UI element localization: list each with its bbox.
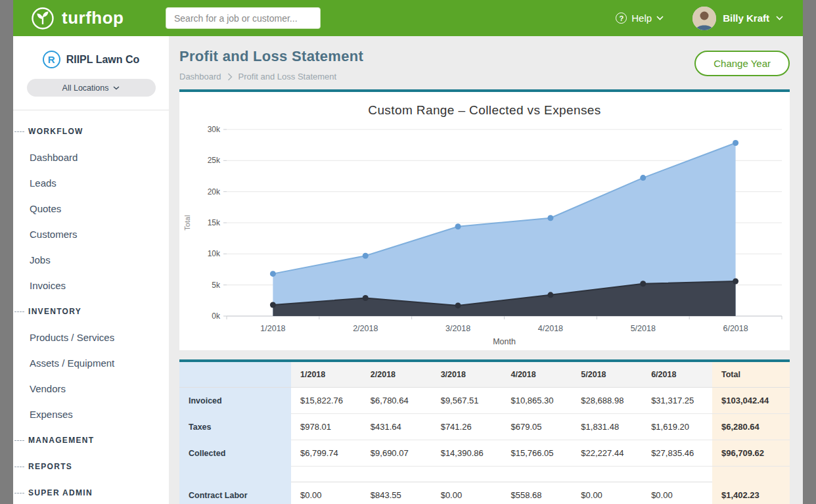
nav-section-reports: REPORTS (13, 453, 169, 480)
breadcrumb-current: Profit and Loss Statement (238, 72, 337, 81)
column-header-2-2018: 2/2018 (361, 362, 432, 388)
locations-label: All Locations (62, 83, 109, 93)
tree-dash-icon (14, 440, 24, 441)
pl-table: 1/20182/20183/20184/20185/20186/2018Tota… (179, 362, 790, 504)
sidebar-item-dashboard[interactable]: Dashboard (13, 145, 169, 170)
company-name: RIIPL Lawn Co (66, 54, 140, 66)
sidebar-item-expenses[interactable]: Expenses (13, 401, 169, 427)
chevron-down-icon (656, 16, 664, 20)
column-header-5-2018: 5/2018 (572, 362, 642, 388)
company-header: R RIIPL Lawn Co (13, 36, 169, 79)
tree-dash-icon (14, 467, 24, 467)
locations-dropdown[interactable]: All Locations (27, 79, 156, 97)
svg-text:6/2018: 6/2018 (723, 324, 748, 333)
svg-text:3/2018: 3/2018 (445, 324, 470, 333)
nav-section-inventory: INVENTORY (13, 298, 169, 325)
row-total: $1,402.23 (712, 482, 790, 504)
nav-section-super-admin: SUPER ADMIN (13, 480, 169, 504)
svg-text:Month: Month (493, 337, 516, 346)
svg-text:2/2018: 2/2018 (353, 324, 378, 333)
cell: $15,766.05 (501, 440, 572, 467)
breadcrumb-dashboard[interactable]: Dashboard (179, 72, 221, 81)
chart-title: Custom Range – Collected vs Expenses (179, 92, 790, 118)
tree-dash-icon (14, 493, 24, 493)
avatar (692, 7, 716, 30)
cell: $0.00 (572, 482, 642, 504)
svg-text:Total: Total (183, 215, 191, 230)
sidebar: R RIIPL Lawn Co All Locations WORKFLOWDa… (13, 36, 169, 504)
row-label: Invoiced (179, 388, 291, 414)
cell: $558.68 (501, 482, 572, 504)
pl-table-card: 1/20182/20183/20184/20185/20186/2018Tota… (179, 359, 790, 504)
table-row-collected: Collected$6,799.74$9,690.07$14,390.86$15… (179, 440, 790, 467)
cell: $6,799.74 (291, 440, 361, 467)
cell: $10,865.30 (501, 388, 572, 414)
chart-card: Custom Range – Collected vs Expenses 0k5… (179, 89, 790, 350)
table-spacer-row (179, 467, 790, 482)
search-input[interactable] (166, 7, 321, 29)
top-bar: turfhop ? Help Billy Kraft (13, 0, 803, 36)
cell: $1,619.20 (642, 414, 712, 440)
svg-text:20k: 20k (208, 187, 221, 196)
sidebar-item-assets-equipment[interactable]: Assets / Equipment (13, 350, 169, 376)
column-header-3-2018: 3/2018 (432, 362, 502, 388)
cell: $741.26 (432, 414, 502, 440)
sidebar-item-quotes[interactable]: Quotes (13, 196, 169, 221)
chevron-down-icon (776, 16, 783, 20)
user-menu[interactable]: Billy Kraft (692, 7, 783, 30)
nav-section-workflow: WORKFLOW (13, 118, 169, 145)
brand-name: turfhop (62, 8, 124, 28)
turfhop-logo-icon (30, 6, 55, 31)
svg-text:5/2018: 5/2018 (631, 324, 656, 333)
tree-dash-icon (14, 311, 24, 312)
cell: $1,831.48 (572, 414, 642, 440)
table-row-contract-labor: Contract Labor$0.00$843.55$0.00$558.68$0… (179, 482, 790, 504)
sidebar-item-jobs[interactable]: Jobs (13, 247, 169, 273)
row-label: Contract Labor (179, 482, 291, 504)
sidebar-item-customers[interactable]: Customers (13, 221, 169, 247)
help-menu[interactable]: ? Help (616, 12, 664, 24)
svg-text:1/2018: 1/2018 (260, 324, 285, 333)
cell: $14,390.86 (432, 440, 502, 467)
help-icon: ? (616, 12, 627, 24)
column-header-6-2018: 6/2018 (642, 362, 712, 388)
cell: $978.01 (291, 414, 361, 440)
row-total: $96,709.62 (712, 440, 790, 467)
column-header-1-2018: 1/2018 (291, 362, 361, 388)
svg-text:30k: 30k (208, 125, 221, 134)
cell: $28,688.98 (572, 388, 642, 414)
cell: $0.00 (291, 482, 361, 504)
sidebar-item-products-services[interactable]: Products / Services (13, 325, 169, 350)
cell: $27,835.46 (642, 440, 712, 467)
app-window: turfhop ? Help Billy Kraft (13, 0, 803, 504)
sidebar-item-vendors[interactable]: Vendors (13, 376, 169, 401)
brand-logo[interactable]: turfhop (30, 6, 166, 31)
main-content: Profit and Loss Statement Dashboard Prof… (169, 36, 803, 504)
row-total: $6,280.64 (712, 414, 790, 440)
table-row-taxes: Taxes$978.01$431.64$741.26$679.05$1,831.… (179, 414, 790, 440)
cell: $15,822.76 (291, 388, 361, 414)
breadcrumb: Dashboard Profit and Loss Statement (179, 72, 790, 81)
nav-section-management: MANAGEMENT (13, 427, 169, 453)
topbar-right: ? Help Billy Kraft (616, 7, 783, 30)
company-logo-icon: R (43, 51, 60, 68)
change-year-button[interactable]: Change Year (694, 51, 790, 76)
cell: $6,780.64 (361, 388, 432, 414)
cell: $22,227.44 (572, 440, 642, 467)
svg-text:15k: 15k (208, 218, 221, 227)
tree-dash-icon (14, 131, 24, 132)
column-header-4-2018: 4/2018 (501, 362, 572, 388)
sidebar-item-invoices[interactable]: Invoices (13, 273, 169, 298)
cell: $31,317.25 (642, 388, 712, 414)
cell: $9,690.07 (361, 440, 432, 467)
svg-text:5k: 5k (212, 281, 221, 290)
sidebar-nav: WORKFLOWDashboardLeadsQuotesCustomersJob… (13, 110, 169, 504)
column-header-label (179, 362, 291, 388)
cell: $0.00 (642, 482, 712, 504)
collected-vs-expenses-chart: 0k5k10k15k20k25k30k1/20182/20183/20184/2… (179, 118, 790, 350)
help-label: Help (631, 12, 652, 24)
sidebar-item-leads[interactable]: Leads (13, 170, 169, 196)
column-header-total: Total (712, 362, 790, 388)
page-header: Profit and Loss Statement Dashboard Prof… (179, 48, 790, 81)
cell: $431.64 (361, 414, 432, 440)
